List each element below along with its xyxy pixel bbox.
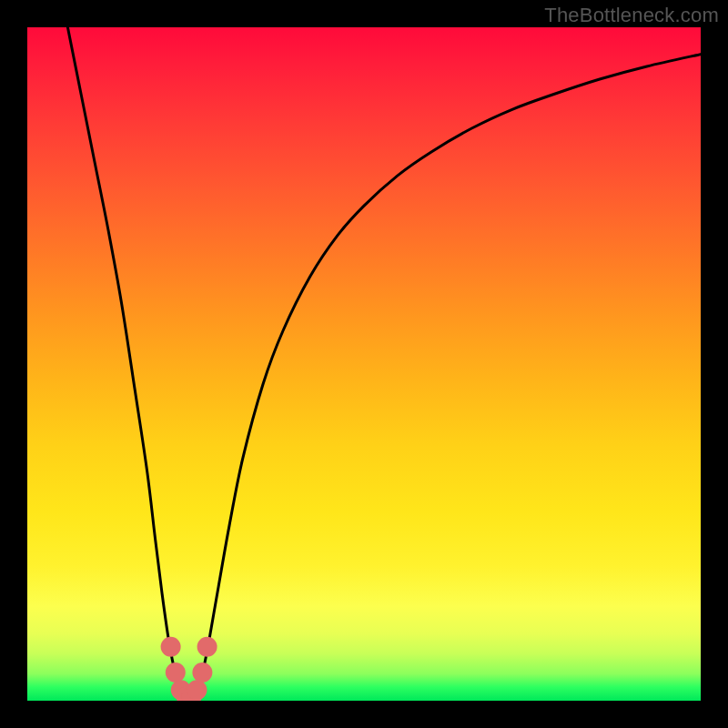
plot-area [27,27,701,701]
highlight-dot [187,680,207,700]
bottleneck-curve [67,27,701,699]
highlight-dots [161,637,217,701]
highlight-dot [197,637,217,657]
highlight-dot [166,662,186,682]
highlight-dot [192,662,212,682]
curve-layer [27,27,701,701]
chart-frame: TheBottleneck.com [0,0,728,728]
highlight-dot [161,637,181,657]
watermark-text: TheBottleneck.com [544,4,719,27]
